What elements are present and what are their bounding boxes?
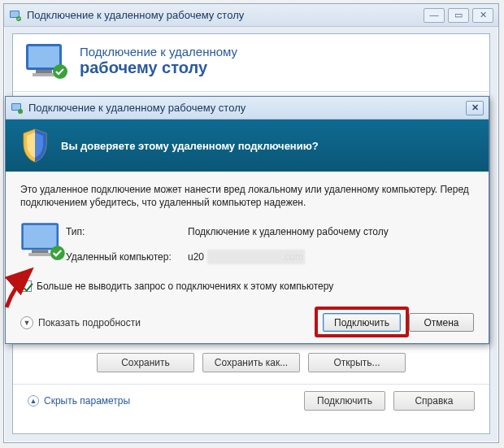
bg-help-button[interactable]: Справка [393,391,475,411]
hide-params-label: Скрыть параметры [44,395,130,407]
masked-hostname [207,250,305,264]
chevron-up-icon: ▲ [28,395,39,407]
dialog-content: Это удаленное подключение может нанести … [6,172,489,313]
svg-rect-13 [32,250,48,254]
dont-ask-label: Больше не выводить запрос о подключениях… [37,281,333,292]
minimize-button[interactable]: — [424,8,445,23]
maximize-button[interactable]: ▭ [448,8,469,23]
close-main-button[interactable]: ✕ [472,8,493,23]
svg-rect-1 [11,11,19,17]
svg-rect-6 [33,73,55,76]
main-header-line2: рабочему столу [80,59,237,77]
show-details-label: Показать подробности [38,317,141,328]
hide-params-link[interactable]: ▲ Скрыть параметры [28,395,130,407]
svg-rect-14 [28,254,51,257]
bg-connect-button[interactable]: Подключить [304,391,385,411]
svg-point-10 [18,109,23,114]
rdp-icon [9,9,22,22]
main-header-line1: Подключение к удаленному [80,45,237,59]
main-window-header: Подключение к удаленному рабочему столу [13,34,489,92]
main-window-titlebar: Подключение к удаленному рабочему столу … [4,4,498,27]
shield-icon [20,128,50,163]
save-button[interactable]: Сохранить [97,353,194,372]
dialog-title: Подключение к удаленному рабочему столу [28,102,245,114]
main-window-title: Подключение к удаленному рабочему столу [27,9,244,21]
svg-rect-9 [12,104,20,110]
remote-computer-value: u20xxxxxxxxxxxxxxxx.com [188,251,474,263]
cancel-button[interactable]: Отмена [409,313,474,332]
dialog-question: Вы доверяете этому удаленному подключени… [61,140,319,152]
rdp-medium-icon [20,254,66,266]
type-value: Подключение к удаленному рабочему столу [188,226,474,237]
show-details-toggle[interactable]: ▼ Показать подробности [20,316,141,329]
connect-button[interactable]: Подключить [323,313,401,332]
dialog-body-text: Это удаленное подключение может нанести … [20,183,474,209]
dialog-band: Вы доверяете этому удаленному подключени… [6,120,489,172]
remote-computer-label: Удаленный компьютер: [66,251,188,263]
dialog-titlebar: Подключение к удаленному рабочему столу … [6,97,489,120]
main-window-lower: Сохранить Сохранить как... Открыть... ▲ … [13,344,489,433]
dont-ask-checkbox[interactable] [20,281,32,292]
rdp-icon [11,102,24,115]
save-as-button[interactable]: Сохранить как... [202,353,300,372]
svg-rect-4 [28,46,59,67]
rdp-large-icon [24,42,68,80]
trust-dialog: Подключение к удаленному рабочему столу … [5,96,489,344]
svg-rect-5 [36,70,52,73]
svg-rect-12 [24,225,57,248]
type-label: Тип: [66,226,188,237]
open-button[interactable]: Открыть... [308,353,406,372]
chevron-down-icon: ▼ [20,316,33,329]
dont-ask-row[interactable]: Больше не выводить запрос о подключениях… [20,281,474,292]
dialog-close-button[interactable]: ✕ [466,101,484,115]
